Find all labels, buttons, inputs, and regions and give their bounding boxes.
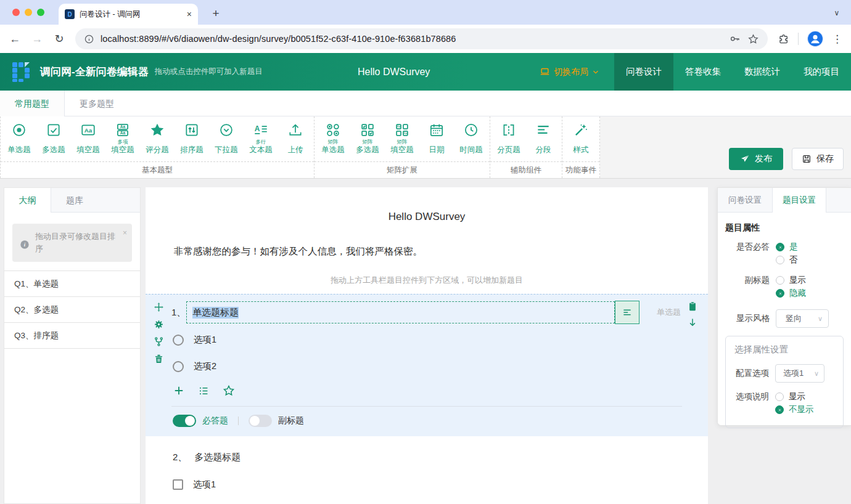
radio-icon[interactable] xyxy=(775,392,784,401)
radio-label: 不显示 xyxy=(789,404,814,415)
q2-option[interactable]: 选项2 xyxy=(173,498,708,504)
logic-branch-icon[interactable] xyxy=(154,336,164,347)
radio-icon[interactable] xyxy=(776,276,784,285)
radio-icon[interactable] xyxy=(173,335,184,346)
publish-button[interactable]: 发布 xyxy=(729,148,783,170)
tool-矩阵填空题[interactable]: AaAa 矩阵 填空题 xyxy=(385,121,419,161)
align-left-button[interactable] xyxy=(615,301,639,324)
tab-question-bank[interactable]: 题库 xyxy=(51,188,98,212)
tab-more-types[interactable]: 更多题型 xyxy=(65,91,129,116)
tool-多选题[interactable]: 多选题 xyxy=(36,121,71,161)
reload-icon[interactable]: ↻ xyxy=(53,32,65,46)
option-label[interactable]: 选项1 xyxy=(194,334,216,346)
radio-icon[interactable] xyxy=(776,289,784,298)
option-label[interactable]: 选项1 xyxy=(193,479,216,490)
required-toggle[interactable] xyxy=(173,415,196,427)
q1-option[interactable]: 选项1 xyxy=(173,327,708,353)
tab-question-settings[interactable]: 题目设置 xyxy=(772,188,826,212)
maximize-window-button[interactable] xyxy=(37,9,44,16)
tool-上传[interactable]: 上传 xyxy=(278,121,313,161)
tool-矩阵多选题[interactable]: 矩阵 多选题 xyxy=(350,121,385,161)
move-icon[interactable] xyxy=(154,302,164,312)
browser-tab[interactable]: D 问卷设计 - 调问网 × xyxy=(59,4,198,25)
question-2-block[interactable]: 2、 多选题标题 选项1 选项2 xyxy=(146,436,708,504)
tool-排序题[interactable]: 排序题 xyxy=(175,121,209,161)
tool-下拉题[interactable]: 下拉题 xyxy=(209,121,244,161)
tool-分页题[interactable]: 分页题 xyxy=(491,121,526,161)
address-bar[interactable]: localhost:8899/#/v6/diaowen/dw-design/su… xyxy=(75,28,768,49)
tool-item-label: 填空题 xyxy=(76,145,100,155)
clipboard-copy-icon[interactable] xyxy=(687,301,698,312)
outline-item[interactable]: Q1、单选题 xyxy=(4,271,140,297)
tool-矩阵单选题[interactable]: 矩阵 单选题 xyxy=(316,121,350,161)
radio-是[interactable]: 是 xyxy=(776,241,798,253)
url-text[interactable]: localhost:8899/#/v6/diaowen/dw-design/su… xyxy=(101,34,723,44)
save-button[interactable]: 保存 xyxy=(792,148,844,170)
checkbox-icon[interactable] xyxy=(173,479,183,490)
tab-search-chevron-icon[interactable]: ∨ xyxy=(830,6,844,20)
radio-显示[interactable]: 显示 xyxy=(775,391,814,403)
tool-多项填空题[interactable]: AaAa 多项 填空题 xyxy=(105,121,140,161)
q1-option[interactable]: 选项2 xyxy=(173,353,708,380)
config-option-select[interactable]: 选项1 ∨ xyxy=(775,364,824,383)
extensions-icon[interactable] xyxy=(778,33,789,45)
nav-我的项目[interactable]: 我的项目 xyxy=(792,53,851,91)
layout-switch-button[interactable]: 切换布局 xyxy=(540,67,599,78)
nav-答卷收集[interactable]: 答卷收集 xyxy=(673,53,733,91)
browser-menu-icon[interactable]: ⋮ xyxy=(832,33,842,46)
tool-分段[interactable]: 分段 xyxy=(526,121,561,161)
tool-评分题[interactable]: 评分题 xyxy=(140,121,175,161)
radio-icon[interactable] xyxy=(173,361,184,372)
radio-icon[interactable] xyxy=(775,405,784,414)
forward-icon[interactable]: → xyxy=(31,33,43,46)
outline-sidebar: 大纲 题库 i 拖动目录可修改题目排序 × Q1、单选题Q2、多选题Q3、排序题 xyxy=(4,187,141,504)
clock-icon xyxy=(463,121,479,139)
minimize-window-button[interactable] xyxy=(25,9,32,16)
question-1-block[interactable]: 1、 单选题标题 单选题 xyxy=(146,294,708,436)
tool-单选题[interactable]: 单选题 xyxy=(2,121,36,161)
tab-common-types[interactable]: 常用题型 xyxy=(0,91,65,116)
radio-显示[interactable]: 显示 xyxy=(776,274,806,287)
tip-close-icon[interactable]: × xyxy=(123,229,127,237)
tab-outline[interactable]: 大纲 xyxy=(4,188,51,212)
password-key-icon[interactable] xyxy=(729,33,741,45)
site-info-icon[interactable] xyxy=(84,34,94,44)
trash-icon[interactable] xyxy=(154,354,164,364)
radio-icon[interactable] xyxy=(776,243,784,251)
radio-icon[interactable] xyxy=(776,256,784,264)
subtitle-toggle[interactable] xyxy=(249,415,272,427)
move-down-icon[interactable] xyxy=(687,317,698,328)
outline-item[interactable]: Q2、多选题 xyxy=(4,297,140,323)
nav-问卷设计[interactable]: 问卷设计 xyxy=(614,53,673,91)
tool-日期[interactable]: 日期 xyxy=(419,121,454,161)
gear-icon[interactable] xyxy=(154,319,164,330)
radio-隐藏[interactable]: 隐藏 xyxy=(776,287,806,299)
toolbar-group-caption: 矩阵扩展 xyxy=(314,161,490,178)
radio-否[interactable]: 否 xyxy=(776,254,798,266)
favorite-star-icon[interactable] xyxy=(223,384,235,397)
tool-多行文本题[interactable]: A 多行 文本题 xyxy=(244,121,278,161)
option-label[interactable]: 选项2 xyxy=(194,360,216,372)
tool-时间题[interactable]: 时间题 xyxy=(454,121,488,161)
tool-填空题[interactable]: Aa 填空题 xyxy=(71,121,105,161)
q2-option[interactable]: 选项1 xyxy=(173,471,708,498)
close-window-button[interactable] xyxy=(12,9,20,16)
nav-数据统计[interactable]: 数据统计 xyxy=(733,53,792,91)
survey-canvas: Hello DWSurvey 非常感谢您的参与！如有涉及个人信息，我们将严格保密… xyxy=(146,187,708,504)
back-icon[interactable]: ← xyxy=(9,33,21,46)
new-tab-button[interactable]: + xyxy=(208,7,223,20)
layout-switch-label: 切换布局 xyxy=(554,67,588,78)
profile-avatar[interactable] xyxy=(807,31,823,47)
batch-edit-list-icon[interactable] xyxy=(198,385,210,397)
question-title-input[interactable]: 单选题标题 xyxy=(186,301,615,323)
tab-close-icon[interactable]: × xyxy=(187,10,192,18)
outline-item[interactable]: Q3、排序题 xyxy=(4,323,140,349)
tool-样式[interactable]: 样式 xyxy=(564,121,598,161)
tab-survey-settings[interactable]: 问卷设置 xyxy=(718,188,772,212)
radio-不显示[interactable]: 不显示 xyxy=(775,404,814,416)
add-option-icon[interactable] xyxy=(173,384,185,397)
survey-title[interactable]: Hello DWSurvey xyxy=(146,211,708,223)
survey-description[interactable]: 非常感谢您的参与！如有涉及个人信息，我们将严格保密。 xyxy=(174,245,680,258)
bookmark-star-icon[interactable] xyxy=(747,33,759,45)
display-style-select[interactable]: 竖向 ∨ xyxy=(776,309,829,328)
